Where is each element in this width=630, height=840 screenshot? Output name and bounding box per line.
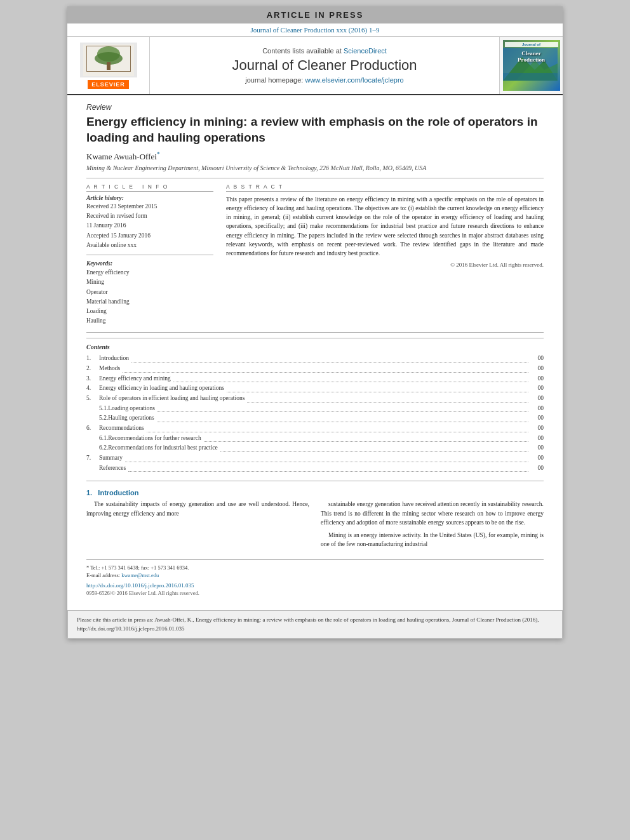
toc-number: 5.2. bbox=[86, 413, 108, 423]
abstract-heading: A B S T R A C T bbox=[226, 183, 544, 192]
doi-line: http://dx.doi.org/10.1016/j.jclepro.2016… bbox=[86, 582, 544, 589]
history-label: Article history: bbox=[86, 195, 213, 201]
article-info-heading: A R T I C L E I N F O bbox=[86, 183, 213, 192]
toc-item: 1.Introduction00 bbox=[86, 354, 544, 364]
toc-item: 2.Methods00 bbox=[86, 364, 544, 374]
toc-number: 6. bbox=[86, 423, 99, 434]
toc-page: 00 bbox=[531, 364, 544, 374]
footnote-email-link[interactable]: kwame@mst.edu bbox=[121, 572, 159, 578]
toc-page: 00 bbox=[531, 453, 544, 463]
toc-label: Recommendations bbox=[99, 423, 144, 434]
cp-image: Journal of CleanerProduction bbox=[503, 40, 560, 91]
article-info-col: A R T I C L E I N F O Article history: R… bbox=[86, 183, 213, 326]
intro-col-right: sustainable energy generation have recei… bbox=[321, 500, 544, 552]
svg-rect-5 bbox=[86, 46, 131, 46]
toc-number: 3. bbox=[86, 374, 99, 384]
toc-label: Energy efficiency in loading and hauling… bbox=[99, 383, 224, 394]
intro-left-text: The sustainability impacts of energy gen… bbox=[86, 500, 309, 518]
toc-dots bbox=[204, 441, 528, 442]
toc-dots bbox=[147, 432, 528, 432]
homepage-link[interactable]: www.elsevier.com/locate/jclepro bbox=[305, 76, 403, 84]
journal-header: ELSEVIER Contents lists available at Sci… bbox=[67, 37, 563, 95]
doi-link[interactable]: http://dx.doi.org/10.1016/j.jclepro.2016… bbox=[86, 582, 194, 589]
toc-page: 00 bbox=[531, 413, 544, 423]
homepage-line: journal homepage: www.elsevier.com/locat… bbox=[245, 76, 403, 84]
keyword-item: Hauling bbox=[86, 316, 213, 326]
accepted-date: Accepted 15 January 2016 bbox=[86, 232, 213, 240]
toc-item: 6.1.Recommendations for further research… bbox=[86, 434, 544, 444]
toc-dots bbox=[158, 411, 528, 412]
svg-rect-11 bbox=[503, 73, 558, 81]
page: ARTICLE IN PRESS Journal of Cleaner Prod… bbox=[67, 6, 563, 639]
toc-label: Loading operations bbox=[108, 404, 155, 414]
journal-center: Contents lists available at ScienceDirec… bbox=[150, 37, 499, 94]
author-affiliation: Mining & Nuclear Engineering Department,… bbox=[86, 164, 544, 171]
sciencedirect-link[interactable]: ScienceDirect bbox=[344, 47, 387, 55]
abstract-text: This paper presents a review of the lite… bbox=[226, 195, 544, 258]
available-online: Available online xxx bbox=[86, 241, 213, 250]
intro-col-left: The sustainability impacts of energy gen… bbox=[86, 500, 309, 552]
toc-number: 5. bbox=[86, 394, 99, 404]
toc-dots bbox=[131, 362, 528, 363]
author-asterisk: * bbox=[157, 150, 160, 157]
footnote-section: * Tel.: +1 573 341 6438; fax: +1 573 341… bbox=[86, 559, 544, 597]
toc-page: 00 bbox=[531, 434, 544, 444]
banner-text: ARTICLE IN PRESS bbox=[267, 10, 364, 20]
toc-dots bbox=[125, 462, 528, 462]
copyright-line: © 2016 Elsevier Ltd. All rights reserved… bbox=[226, 262, 544, 268]
revised-label: Received in revised form bbox=[86, 212, 213, 220]
svg-rect-7 bbox=[130, 46, 131, 72]
keyword-item: Material handling bbox=[86, 297, 213, 307]
keyword-item: Mining bbox=[86, 277, 213, 287]
elsevier-brand-label: ELSEVIER bbox=[88, 80, 129, 89]
toc-dots bbox=[173, 382, 528, 382]
article-title: Energy efficiency in mining: a review wi… bbox=[86, 114, 544, 145]
journal-title: Journal of Cleaner Production bbox=[232, 57, 417, 74]
keywords-label: Keywords: bbox=[86, 260, 213, 267]
keyword-item: Loading bbox=[86, 307, 213, 316]
divider-1 bbox=[86, 178, 544, 178]
toc-label: References bbox=[99, 463, 126, 474]
toc-number: 6.1. bbox=[86, 434, 108, 444]
toc-item: 5.1.Loading operations00 bbox=[86, 404, 544, 414]
cleaner-production-logo-box: Journal of CleanerProduction bbox=[499, 37, 563, 94]
section-type-label: Review bbox=[86, 103, 544, 112]
toc-number: 2. bbox=[86, 364, 99, 374]
main-content: Review Energy efficiency in mining: a re… bbox=[67, 95, 563, 604]
article-in-press-banner: ARTICLE IN PRESS bbox=[67, 6, 563, 23]
contents-title: Contents bbox=[86, 343, 544, 350]
toc-label: Role of operators in efficient loading a… bbox=[99, 394, 245, 404]
toc-page: 00 bbox=[531, 423, 544, 434]
toc-dots bbox=[157, 422, 528, 422]
toc-dots bbox=[247, 402, 528, 403]
toc-page: 00 bbox=[531, 354, 544, 364]
intro-body: The sustainability impacts of energy gen… bbox=[86, 500, 544, 552]
sciencedirect-line: Contents lists available at ScienceDirec… bbox=[262, 47, 387, 55]
toc-label: Summary bbox=[99, 453, 123, 463]
toc-container: 1.Introduction002.Methods003.Energy effi… bbox=[86, 354, 544, 473]
toc-label: Introduction bbox=[99, 354, 129, 364]
keyword-item: Energy efficiency bbox=[86, 268, 213, 277]
keyword-item: Operator bbox=[86, 288, 213, 297]
toc-label: Methods bbox=[99, 364, 120, 374]
intro-heading: 1. Introduction bbox=[86, 489, 544, 497]
revised-date: 11 January 2016 bbox=[86, 222, 213, 230]
footnote-email: E-mail address: kwame@mst.edu bbox=[86, 571, 544, 580]
toc-dots bbox=[123, 372, 528, 373]
toc-item: 6.2.Recommendations for industrial best … bbox=[86, 443, 544, 453]
introduction-section: 1. Introduction The sustainability impac… bbox=[86, 489, 544, 552]
toc-label: Hauling operations bbox=[108, 413, 154, 423]
contents-section: Contents 1.Introduction002.Methods003.En… bbox=[86, 338, 544, 473]
toc-item: References00 bbox=[86, 463, 544, 474]
toc-page: 00 bbox=[531, 374, 544, 384]
intro-right-text: sustainable energy generation have recei… bbox=[321, 500, 544, 549]
toc-dots bbox=[128, 471, 528, 472]
svg-rect-3 bbox=[107, 62, 111, 70]
toc-dots bbox=[220, 451, 528, 452]
toc-page: 00 bbox=[531, 404, 544, 414]
elsevier-logo-box: ELSEVIER bbox=[67, 37, 150, 94]
abstract-col: A B S T R A C T This paper presents a re… bbox=[226, 183, 544, 326]
keywords-list: Energy efficiencyMiningOperatorMaterial … bbox=[86, 268, 213, 326]
cp-journal-cleaner-label: CleanerProduction bbox=[518, 51, 545, 63]
toc-item: 6.Recommendations00 bbox=[86, 423, 544, 434]
